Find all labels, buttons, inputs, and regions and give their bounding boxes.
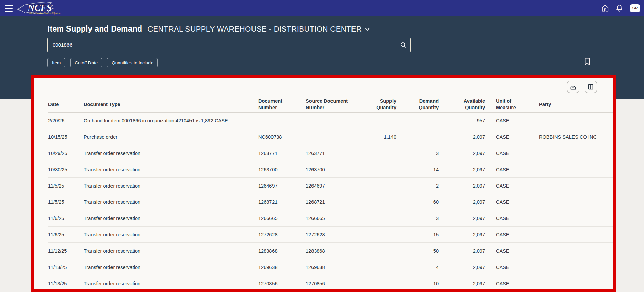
search-input[interactable]: [48, 38, 396, 52]
cell-available-quantity: 2,097: [441, 248, 488, 254]
cell-date: 11/13/25: [48, 265, 84, 270]
table-row[interactable]: 11/13/25 Transfer order reservation 1270…: [48, 275, 613, 292]
cell-document-type: Transfer order reservation: [84, 151, 258, 156]
cell-available-quantity: 2,097: [441, 183, 488, 189]
table-row[interactable]: 10/29/25 Transfer order reservation 1263…: [48, 145, 613, 161]
table-row[interactable]: 11/12/25 Transfer order reservation 1283…: [48, 243, 613, 259]
cell-date: 11/5/25: [48, 183, 84, 189]
cell-available-quantity: 2,097: [441, 167, 488, 172]
table-row[interactable]: 2/20/26 On hand for item 0001866 in orga…: [48, 113, 613, 129]
table-row[interactable]: 11/5/25 Transfer order reservation 12687…: [48, 194, 613, 210]
filter-row: Item Cutoff Date Quantities to Include: [47, 58, 644, 67]
table-row[interactable]: 10/30/25 Transfer order reservation 1263…: [48, 161, 613, 178]
cell-document-number: 1283868: [258, 248, 306, 254]
cell-unit-of-measure: CASE: [488, 248, 535, 254]
cell-document-number: 1272628: [258, 232, 306, 237]
cell-unit-of-measure: CASE: [488, 265, 535, 270]
menu-icon: [5, 5, 13, 6]
cell-document-number: 1266665: [258, 216, 306, 221]
cell-demand-quantity: 3: [399, 216, 441, 221]
results-table-card: Date Document Type Document Number Sourc…: [31, 75, 616, 292]
bell-icon: [616, 4, 623, 12]
cell-document-type: Transfer order reservation: [84, 248, 258, 254]
col-header-available-quantity[interactable]: Available Quantity: [441, 98, 488, 111]
table-body: 2/20/26 On hand for item 0001866 in orga…: [48, 113, 613, 292]
col-header-document-type[interactable]: Document Type: [84, 101, 258, 108]
cell-source-document-number: 1269638: [306, 265, 365, 270]
search-box: [47, 38, 411, 52]
col-header-document-number[interactable]: Document Number: [258, 98, 306, 111]
filter-quantities-to-include[interactable]: Quantities to Include: [107, 58, 158, 67]
cell-available-quantity: 2,097: [441, 199, 488, 205]
home-icon: [601, 4, 609, 12]
cell-date: 11/6/25: [48, 216, 84, 221]
cell-available-quantity: 957: [441, 118, 488, 123]
table-row[interactable]: 11/13/25 Transfer order reservation 1269…: [48, 259, 613, 275]
cell-document-number: NC600738: [258, 134, 306, 140]
cell-source-document-number: 1272628: [306, 232, 365, 237]
download-button[interactable]: [567, 81, 579, 93]
table-row[interactable]: 10/15/25 Purchase order NC600738 1,140 2…: [48, 129, 613, 145]
filter-cutoff-date[interactable]: Cutoff Date: [70, 58, 102, 67]
col-header-unit-of-measure[interactable]: Unit of Measure: [488, 98, 535, 111]
cell-demand-quantity: 2: [399, 183, 441, 189]
cell-demand-quantity: 60: [399, 199, 441, 205]
notifications-button[interactable]: [613, 2, 625, 14]
cell-source-document-number: 1263700: [306, 167, 365, 172]
filter-item[interactable]: Item: [47, 58, 65, 67]
manage-columns-button[interactable]: [585, 81, 597, 93]
table-row[interactable]: 11/6/25 Transfer order reservation 12726…: [48, 227, 613, 243]
cell-demand-quantity: 50: [399, 248, 441, 254]
cell-date: 11/6/25: [48, 232, 84, 237]
col-header-date[interactable]: Date: [48, 101, 84, 108]
home-button[interactable]: [599, 2, 611, 14]
col-header-source-document-number[interactable]: Source Document Number: [306, 98, 365, 111]
cell-document-type: Transfer order reservation: [84, 183, 258, 189]
col-header-demand-quantity[interactable]: Demand Quantity: [399, 98, 441, 111]
cell-document-type: Transfer order reservation: [84, 265, 258, 270]
search-button[interactable]: [396, 38, 410, 52]
cell-demand-quantity: 15: [399, 232, 441, 237]
cell-document-type: Transfer order reservation: [84, 199, 258, 205]
title-row: Item Supply and Demand CENTRAL SUPPLY WA…: [47, 16, 644, 34]
cell-party: ROBBINS SALES CO INC: [535, 134, 613, 140]
cell-document-type: Purchase order: [84, 134, 258, 140]
avatar-initials: SR: [632, 6, 638, 10]
user-avatar[interactable]: SR: [630, 4, 640, 12]
cell-unit-of-measure: CASE: [488, 151, 535, 156]
bookmark-button[interactable]: [584, 57, 592, 66]
table-header: Date Document Type Document Number Sourc…: [48, 96, 613, 113]
cell-document-number: 1268721: [258, 199, 306, 205]
cell-document-number: 1263700: [258, 167, 306, 172]
chevron-down-icon: [365, 28, 370, 31]
cell-available-quantity: 2,097: [441, 232, 488, 237]
bookmark-icon: [584, 58, 591, 66]
cell-unit-of-measure: CASE: [488, 199, 535, 205]
col-header-supply-quantity[interactable]: Supply Quantity: [365, 98, 399, 111]
cell-source-document-number: 1270856: [306, 281, 365, 286]
cell-date: 11/13/25: [48, 281, 84, 286]
table-row[interactable]: 11/5/25 Transfer order reservation 12646…: [48, 178, 613, 194]
cell-available-quantity: 2,097: [441, 265, 488, 270]
cell-unit-of-measure: CASE: [488, 232, 535, 237]
menu-button[interactable]: [3, 2, 15, 14]
brand-name: NCFS: [27, 3, 52, 13]
cell-document-number: 1270856: [258, 281, 306, 286]
col-header-party[interactable]: Party: [535, 101, 613, 108]
cell-document-type: Transfer order reservation: [84, 281, 258, 286]
org-selector[interactable]: CENTRAL SUPPLY WAREHOUSE - DISTRIBUTION …: [147, 25, 370, 34]
cell-demand-quantity: 14: [399, 167, 441, 172]
manage-columns-icon: [587, 83, 594, 90]
cell-document-number: 1263771: [258, 151, 306, 156]
cell-document-type: Transfer order reservation: [84, 216, 258, 221]
cell-date: 11/12/25: [48, 248, 84, 254]
cell-date: 10/15/25: [48, 134, 84, 140]
cell-source-document-number: 1263771: [306, 151, 365, 156]
download-icon: [570, 83, 577, 90]
org-name: CENTRAL SUPPLY WAREHOUSE - DISTRIBUTION …: [147, 25, 362, 34]
app-logo[interactable]: NCFS North Carolina Financial System: [16, 0, 62, 16]
cell-source-document-number: 1266665: [306, 216, 365, 221]
cell-document-type: On hand for item 0001866 in organization…: [84, 118, 258, 123]
table-row[interactable]: 11/6/25 Transfer order reservation 12666…: [48, 210, 613, 227]
cell-document-number: 1269638: [258, 265, 306, 270]
